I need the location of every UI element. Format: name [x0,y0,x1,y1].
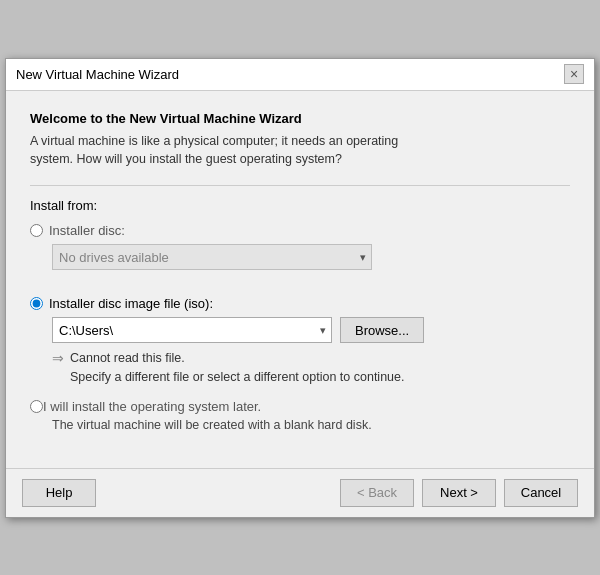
iso-input-wrapper: ▾ [52,317,332,343]
later-label[interactable]: I will install the operating system late… [43,399,261,414]
iso-option-row: Installer disc image file (iso): [30,296,570,311]
wizard-subtitle: A virtual machine is like a physical com… [30,132,570,170]
iso-input-row: ▾ Browse... [52,317,570,343]
browse-button[interactable]: Browse... [340,317,424,343]
installer-disc-radio[interactable] [30,224,43,237]
close-button[interactable]: × [564,64,584,84]
header-section: Welcome to the New Virtual Machine Wizar… [30,111,570,170]
install-from-label: Install from: [30,198,570,213]
wizard-title: Welcome to the New Virtual Machine Wizar… [30,111,570,126]
wizard-window: New Virtual Machine Wizard × Welcome to … [5,58,595,518]
disc-dropdown-row: No drives available ▾ [52,244,570,270]
installer-disc-label[interactable]: Installer disc: [49,223,125,238]
error-line2: Specify a different file or select a dif… [70,370,404,384]
error-text: Cannot read this file. Specify a differe… [70,349,404,387]
divider [30,185,570,186]
disc-dropdown-wrapper: No drives available ▾ [52,244,372,270]
later-radio[interactable] [30,400,43,413]
footer-right: < Back Next > Cancel [340,479,578,507]
footer: Help < Back Next > Cancel [6,468,594,517]
installer-disc-option-row: Installer disc: [30,223,570,238]
wizard-content: Welcome to the New Virtual Machine Wizar… [6,91,594,448]
iso-radio[interactable] [30,297,43,310]
later-option-row: I will install the operating system late… [30,399,570,414]
iso-path-input[interactable] [52,317,332,343]
window-title: New Virtual Machine Wizard [16,67,179,82]
help-button[interactable]: Help [22,479,96,507]
error-row: ⇒ Cannot read this file. Specify a diffe… [52,349,570,387]
cancel-button[interactable]: Cancel [504,479,578,507]
next-button[interactable]: Next > [422,479,496,507]
disc-dropdown[interactable]: No drives available [52,244,372,270]
footer-left: Help [22,479,96,507]
later-desc: The virtual machine will be created with… [52,418,570,432]
back-button[interactable]: < Back [340,479,414,507]
title-bar: New Virtual Machine Wizard × [6,59,594,91]
error-line1: Cannot read this file. [70,351,185,365]
iso-label[interactable]: Installer disc image file (iso): [49,296,213,311]
error-icon: ⇒ [52,350,64,366]
